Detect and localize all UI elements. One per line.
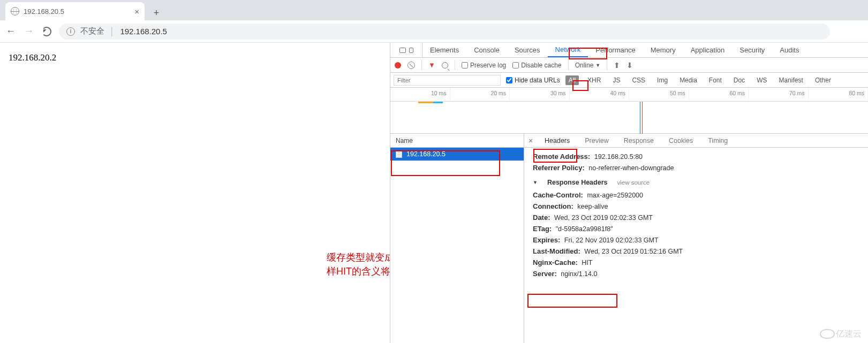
insecure-label: 不安全 xyxy=(80,26,104,36)
preserve-log-checkbox[interactable]: Preserve log xyxy=(462,62,506,69)
close-icon[interactable]: × xyxy=(134,7,139,16)
view-source-link[interactable]: view source xyxy=(617,179,650,186)
hdr-cache-control: Cache-Control: max-age=2592000 xyxy=(533,189,868,201)
new-tab-button[interactable]: + xyxy=(149,5,164,20)
search-icon[interactable] xyxy=(442,62,448,68)
globe-icon xyxy=(11,7,19,16)
hdr-etag: ETag: "d-5958a2a9981f8" xyxy=(533,223,868,234)
headers-body: Remote Address: 192.168.20.5:80 Referrer… xyxy=(524,148,868,343)
browser-toolbar: ← → i 不安全 │ 192.168.20.5 xyxy=(0,20,868,43)
filter-input[interactable] xyxy=(394,75,501,86)
type-media[interactable]: Media xyxy=(676,75,700,85)
throttle-select[interactable]: Online▼ xyxy=(575,62,601,69)
reload-button[interactable] xyxy=(42,27,51,36)
address-bar[interactable]: i 不安全 │ 192.168.20.5 xyxy=(59,24,830,40)
dtab-response[interactable]: Response xyxy=(616,134,661,147)
forward-button[interactable]: → xyxy=(24,26,34,37)
download-icon[interactable]: ⬇ xyxy=(627,61,633,70)
type-img[interactable]: Img xyxy=(654,75,671,85)
network-filter-bar: Hide data URLs All XHR JS CSS Img Media … xyxy=(390,73,868,88)
dtab-headers[interactable]: Headers xyxy=(537,134,577,147)
tab-security[interactable]: Security xyxy=(732,43,772,57)
tab-performance[interactable]: Performance xyxy=(588,43,643,57)
page-body-text: 192.168.20.2 xyxy=(9,52,56,63)
devtools-panel: Elements Console Sources Network Perform… xyxy=(390,43,868,343)
url-text: 192.168.20.5 xyxy=(120,27,167,36)
dtab-cookies[interactable]: Cookies xyxy=(661,134,700,147)
type-xhr[interactable]: XHR xyxy=(584,75,604,85)
tab-title: 192.168.20.5 xyxy=(24,7,64,16)
domcontent-marker xyxy=(642,102,643,134)
hdr-server: Server: nginx/1.14.0 xyxy=(533,268,868,279)
response-headers-section[interactable]: ▼Response Headersview source xyxy=(533,173,868,189)
tab-network[interactable]: Network xyxy=(548,43,588,57)
column-name[interactable]: Name xyxy=(390,134,524,148)
hdr-date: Date: Wed, 23 Oct 2019 02:02:33 GMT xyxy=(533,212,868,223)
tab-audits[interactable]: Audits xyxy=(772,43,806,57)
type-font[interactable]: Font xyxy=(706,75,725,85)
timeline-ruler: 10 ms 20 ms 30 ms 40 ms 50 ms 60 ms 70 m… xyxy=(390,88,868,102)
tab-elements[interactable]: Elements xyxy=(422,43,466,57)
document-icon xyxy=(396,150,402,158)
clear-button[interactable] xyxy=(407,62,415,69)
device-toolbar[interactable] xyxy=(390,43,422,57)
remote-address: Remote Address: 192.168.20.5:80 xyxy=(533,151,868,162)
back-button[interactable]: ← xyxy=(5,26,16,37)
dtab-timing[interactable]: Timing xyxy=(700,134,735,147)
dtab-preview[interactable]: Preview xyxy=(577,134,616,147)
device-icon xyxy=(409,48,413,53)
type-other[interactable]: Other xyxy=(812,75,834,85)
load-marker xyxy=(640,102,640,134)
tab-strip: 192.168.20.5 × + xyxy=(0,0,868,20)
hide-data-urls-checkbox[interactable]: Hide data URLs xyxy=(506,77,560,84)
hdr-connection: Connection: keep-alive xyxy=(533,201,868,212)
tab-sources[interactable]: Sources xyxy=(507,43,548,57)
type-all[interactable]: All xyxy=(565,75,579,85)
timing-bar xyxy=(418,102,433,103)
browser-tab[interactable]: 192.168.20.5 × xyxy=(5,2,145,20)
devtools-tab-bar: Elements Console Sources Network Perform… xyxy=(390,43,868,58)
referrer-policy: Referrer Policy: no-referrer-when-downgr… xyxy=(533,162,868,173)
record-button[interactable] xyxy=(395,62,401,68)
hdr-expires: Expires: Fri, 22 Nov 2019 02:02:33 GMT xyxy=(533,234,868,246)
type-css[interactable]: CSS xyxy=(629,75,648,85)
request-row[interactable]: 192.168.20.5 xyxy=(390,148,524,161)
type-manifest[interactable]: Manifest xyxy=(776,75,806,85)
network-toolbar: ▼ Preserve log Disable cache Online▼ ⬆ ⬇ xyxy=(390,58,868,73)
hdr-last-modified: Last-Modified: Wed, 23 Oct 2019 01:52:16… xyxy=(533,246,868,257)
close-detail-button[interactable]: × xyxy=(524,134,537,147)
disable-cache-checkbox[interactable]: Disable cache xyxy=(512,62,561,69)
type-js[interactable]: JS xyxy=(609,75,623,85)
hdr-nginx-cache: Nginx-Cache: HIT xyxy=(533,257,868,268)
detail-tab-bar: × Headers Preview Response Cookies Timin… xyxy=(524,134,868,148)
separator: │ xyxy=(110,27,115,36)
network-timeline[interactable]: 10 ms 20 ms 30 ms 40 ms 50 ms 60 ms 70 m… xyxy=(390,88,868,134)
tab-application[interactable]: Application xyxy=(683,43,733,57)
tab-console[interactable]: Console xyxy=(466,43,507,57)
info-icon: i xyxy=(66,27,75,36)
filter-icon[interactable]: ▼ xyxy=(428,61,435,69)
timing-bar xyxy=(433,102,443,103)
request-list: Name 192.168.20.5 xyxy=(390,134,524,343)
watermark: 亿速云 xyxy=(820,329,862,340)
upload-icon[interactable]: ⬆ xyxy=(614,61,620,70)
type-ws[interactable]: WS xyxy=(753,75,770,85)
content-area: 192.168.20.2 缓存类型就变成了HIT，同 样HIT的含义将在下面解释… xyxy=(0,43,868,343)
inspect-icon xyxy=(399,48,406,53)
tab-memory[interactable]: Memory xyxy=(643,43,683,57)
type-doc[interactable]: Doc xyxy=(730,75,748,85)
request-detail: × Headers Preview Response Cookies Timin… xyxy=(524,134,868,343)
